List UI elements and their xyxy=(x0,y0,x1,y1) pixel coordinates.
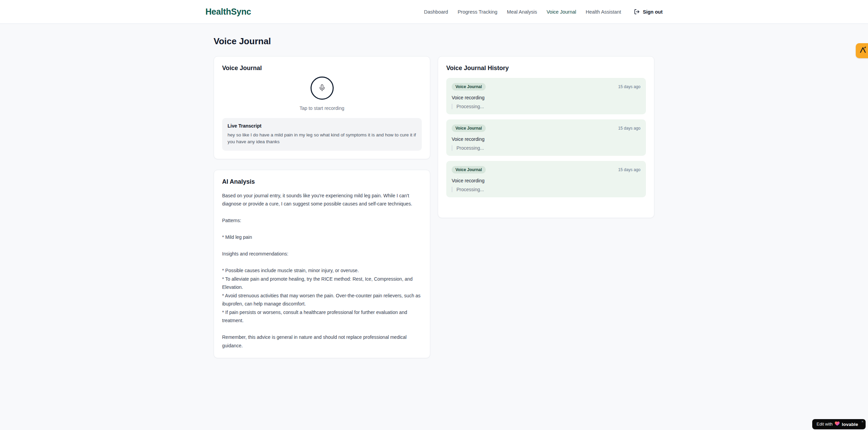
nav-item-meal-analysis[interactable]: Meal Analysis xyxy=(507,9,537,15)
ai-analysis-body: Based on your journal entry, it sounds l… xyxy=(222,192,422,350)
history-entry[interactable]: Voice Journal 15 days ago Voice recordin… xyxy=(446,78,646,114)
history-entry-head: Voice Journal 15 days ago xyxy=(452,166,640,173)
page-title: Voice Journal xyxy=(214,36,654,47)
left-column: Voice Journal Tap to start recording xyxy=(214,56,430,358)
voice-journal-history-card: Voice Journal History Voice Journal 15 d… xyxy=(438,56,654,218)
signout-label: Sign out xyxy=(643,9,663,15)
record-button[interactable] xyxy=(311,77,334,100)
brand-logo[interactable]: HealthSync xyxy=(205,7,251,17)
signout-button[interactable]: Sign out xyxy=(634,9,663,15)
entry-type-badge: Voice Journal xyxy=(452,166,486,173)
history-card-title: Voice Journal History xyxy=(446,65,646,72)
edit-with-label: Edit with xyxy=(817,422,833,427)
entry-title: Voice recording xyxy=(452,95,640,100)
voice-recorder-card: Voice Journal Tap to start recording xyxy=(214,56,430,159)
edit-with-lovable-badge[interactable]: Edit with lovable × xyxy=(812,419,866,429)
history-entry-head: Voice Journal 15 days ago xyxy=(452,83,640,90)
entry-title: Voice recording xyxy=(452,136,640,142)
microphone-icon xyxy=(318,84,326,93)
header-inner: HealthSync Dashboard Progress Tracking M… xyxy=(205,7,663,17)
ai-analysis-card: AI Analysis Based on your journal entry,… xyxy=(214,170,430,359)
tap-to-record-hint: Tap to start recording xyxy=(300,105,345,111)
main-nav: Dashboard Progress Tracking Meal Analysi… xyxy=(424,9,663,15)
entry-title: Voice recording xyxy=(452,178,640,183)
entry-timestamp: 15 days ago xyxy=(618,126,640,131)
mic-area: Tap to start recording xyxy=(222,72,422,111)
nav-item-voice-journal[interactable]: Voice Journal xyxy=(547,9,576,15)
entry-timestamp: 15 days ago xyxy=(618,84,640,89)
content-grid: Voice Journal Tap to start recording xyxy=(214,56,654,358)
entry-processing-status: Processing... xyxy=(452,187,640,192)
entry-processing-status: Processing... xyxy=(452,104,640,109)
nav-item-dashboard[interactable]: Dashboard xyxy=(424,9,448,15)
nav-item-health-assistant[interactable]: Health Assistant xyxy=(586,9,621,15)
entry-processing-status: Processing... xyxy=(452,145,640,151)
live-transcript-title: Live Transcript xyxy=(228,123,416,129)
history-entry[interactable]: Voice Journal 15 days ago Voice recordin… xyxy=(446,119,646,156)
lovable-brand-label: lovable xyxy=(842,422,858,427)
close-icon[interactable]: × xyxy=(862,420,864,424)
app-header: HealthSync Dashboard Progress Tracking M… xyxy=(0,0,868,24)
main-content: Voice Journal Voice Journal xyxy=(214,24,654,358)
logout-icon xyxy=(634,9,640,15)
entry-type-badge: Voice Journal xyxy=(452,125,486,132)
entry-timestamp: 15 days ago xyxy=(618,167,640,172)
live-transcript-box: Live Transcript hey so like I do have a … xyxy=(222,118,422,151)
recorder-card-title: Voice Journal xyxy=(222,65,422,72)
right-column: Voice Journal History Voice Journal 15 d… xyxy=(438,56,654,218)
lovable-tab-icon xyxy=(859,46,867,55)
heart-icon xyxy=(835,421,840,427)
history-entry-head: Voice Journal 15 days ago xyxy=(452,125,640,132)
live-transcript-text: hey so like I do have a mild pain in my … xyxy=(228,132,416,146)
entry-type-badge: Voice Journal xyxy=(452,83,486,90)
side-edit-tab[interactable] xyxy=(856,43,868,58)
history-list: Voice Journal 15 days ago Voice recordin… xyxy=(446,78,646,197)
ai-analysis-title: AI Analysis xyxy=(222,178,422,185)
nav-item-progress-tracking[interactable]: Progress Tracking xyxy=(457,9,497,15)
history-entry[interactable]: Voice Journal 15 days ago Voice recordin… xyxy=(446,161,646,197)
